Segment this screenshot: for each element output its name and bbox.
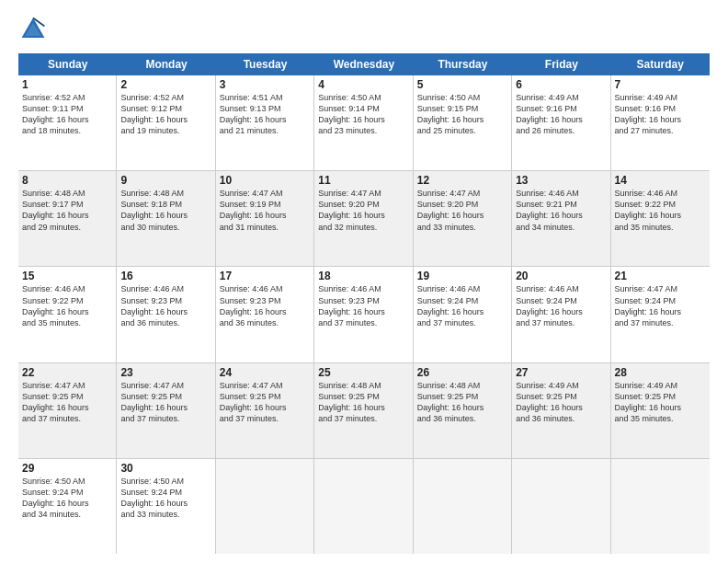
calendar-cell: 21Sunrise: 4:47 AMSunset: 9:24 PMDayligh… (611, 267, 710, 362)
header-day-wednesday: Wednesday (314, 53, 413, 75)
day-number: 4 (318, 78, 408, 91)
calendar-cell: 1Sunrise: 4:52 AMSunset: 9:11 PMDaylight… (18, 75, 117, 170)
day-info: Sunrise: 4:47 AMSunset: 9:24 PMDaylight:… (615, 283, 706, 328)
day-number: 11 (318, 174, 408, 187)
day-info: Sunrise: 4:51 AMSunset: 9:13 PMDaylight:… (220, 92, 310, 137)
calendar-cell: 22Sunrise: 4:47 AMSunset: 9:25 PMDayligh… (18, 363, 117, 458)
day-number: 10 (220, 174, 310, 187)
day-number: 16 (120, 270, 210, 282)
day-number: 12 (417, 174, 507, 187)
calendar-cell: 2Sunrise: 4:52 AMSunset: 9:12 PMDaylight… (117, 75, 215, 170)
day-number: 17 (220, 270, 310, 282)
calendar-cell: 10Sunrise: 4:47 AMSunset: 9:19 PMDayligh… (216, 171, 314, 266)
day-info: Sunrise: 4:48 AMSunset: 9:18 PMDaylight:… (120, 188, 210, 233)
day-number: 1 (22, 78, 112, 91)
calendar-cell: 14Sunrise: 4:46 AMSunset: 9:22 PMDayligh… (611, 171, 710, 266)
calendar-cell (216, 459, 314, 554)
calendar-row-5: 29Sunrise: 4:50 AMSunset: 9:24 PMDayligh… (18, 459, 710, 554)
header-day-saturday: Saturday (611, 53, 710, 75)
day-info: Sunrise: 4:47 AMSunset: 9:20 PMDaylight:… (318, 188, 408, 233)
calendar-cell: 27Sunrise: 4:49 AMSunset: 9:25 PMDayligh… (512, 363, 610, 458)
day-info: Sunrise: 4:48 AMSunset: 9:25 PMDaylight:… (318, 380, 408, 425)
calendar-cell: 24Sunrise: 4:47 AMSunset: 9:25 PMDayligh… (216, 363, 314, 458)
logo (18, 15, 51, 44)
day-info: Sunrise: 4:47 AMSunset: 9:19 PMDaylight:… (220, 188, 310, 233)
day-info: Sunrise: 4:47 AMSunset: 9:20 PMDaylight:… (417, 188, 507, 233)
header-day-tuesday: Tuesday (216, 53, 314, 75)
calendar-cell: 25Sunrise: 4:48 AMSunset: 9:25 PMDayligh… (314, 363, 413, 458)
day-number: 2 (120, 78, 210, 91)
day-number: 5 (417, 78, 507, 91)
calendar-cell: 6Sunrise: 4:49 AMSunset: 9:16 PMDaylight… (512, 75, 610, 170)
day-number: 23 (120, 366, 210, 379)
day-info: Sunrise: 4:46 AMSunset: 9:22 PMDaylight:… (22, 283, 112, 328)
header (18, 15, 710, 44)
calendar-cell (611, 459, 710, 554)
day-info: Sunrise: 4:46 AMSunset: 9:23 PMDaylight:… (120, 283, 210, 328)
day-info: Sunrise: 4:50 AMSunset: 9:14 PMDaylight:… (318, 92, 408, 137)
logo-icon (18, 15, 48, 44)
day-number: 18 (318, 270, 408, 282)
calendar-cell: 23Sunrise: 4:47 AMSunset: 9:25 PMDayligh… (117, 363, 215, 458)
day-info: Sunrise: 4:50 AMSunset: 9:15 PMDaylight:… (417, 92, 507, 137)
day-info: Sunrise: 4:49 AMSunset: 9:16 PMDaylight:… (516, 92, 606, 137)
calendar-row-1: 1Sunrise: 4:52 AMSunset: 9:11 PMDaylight… (18, 75, 710, 171)
day-info: Sunrise: 4:49 AMSunset: 9:16 PMDaylight:… (615, 92, 706, 137)
day-info: Sunrise: 4:46 AMSunset: 9:21 PMDaylight:… (516, 188, 606, 233)
day-number: 28 (615, 366, 706, 379)
calendar-cell: 20Sunrise: 4:46 AMSunset: 9:24 PMDayligh… (512, 267, 610, 362)
calendar-cell: 19Sunrise: 4:46 AMSunset: 9:24 PMDayligh… (414, 267, 512, 362)
day-number: 8 (22, 174, 112, 187)
calendar-cell: 15Sunrise: 4:46 AMSunset: 9:22 PMDayligh… (18, 267, 117, 362)
day-info: Sunrise: 4:50 AMSunset: 9:24 PMDaylight:… (120, 476, 210, 521)
day-number: 15 (22, 270, 112, 282)
day-info: Sunrise: 4:52 AMSunset: 9:12 PMDaylight:… (120, 92, 210, 137)
calendar-cell (414, 459, 512, 554)
calendar-cell: 8Sunrise: 4:48 AMSunset: 9:17 PMDaylight… (18, 171, 117, 266)
calendar-cell: 16Sunrise: 4:46 AMSunset: 9:23 PMDayligh… (117, 267, 215, 362)
day-info: Sunrise: 4:46 AMSunset: 9:24 PMDaylight:… (516, 283, 606, 328)
day-number: 6 (516, 78, 606, 91)
day-number: 14 (615, 174, 706, 187)
day-number: 27 (516, 366, 606, 379)
header-day-thursday: Thursday (414, 53, 512, 75)
day-info: Sunrise: 4:48 AMSunset: 9:17 PMDaylight:… (22, 188, 112, 233)
day-number: 19 (417, 270, 507, 282)
day-info: Sunrise: 4:47 AMSunset: 9:25 PMDaylight:… (120, 380, 210, 425)
day-info: Sunrise: 4:46 AMSunset: 9:23 PMDaylight:… (220, 283, 310, 328)
calendar-body: 1Sunrise: 4:52 AMSunset: 9:11 PMDaylight… (18, 75, 710, 554)
day-info: Sunrise: 4:49 AMSunset: 9:25 PMDaylight:… (516, 380, 606, 425)
calendar-cell: 18Sunrise: 4:46 AMSunset: 9:23 PMDayligh… (314, 267, 413, 362)
calendar-cell: 17Sunrise: 4:46 AMSunset: 9:23 PMDayligh… (216, 267, 314, 362)
day-number: 21 (615, 270, 706, 282)
calendar-cell: 5Sunrise: 4:50 AMSunset: 9:15 PMDaylight… (414, 75, 512, 170)
day-number: 30 (120, 462, 210, 475)
calendar-cell: 28Sunrise: 4:49 AMSunset: 9:25 PMDayligh… (611, 363, 710, 458)
day-info: Sunrise: 4:52 AMSunset: 9:11 PMDaylight:… (22, 92, 112, 137)
calendar-cell: 3Sunrise: 4:51 AMSunset: 9:13 PMDaylight… (216, 75, 314, 170)
day-info: Sunrise: 4:46 AMSunset: 9:23 PMDaylight:… (318, 283, 408, 328)
header-day-sunday: Sunday (18, 53, 117, 75)
day-number: 9 (120, 174, 210, 187)
calendar-cell: 13Sunrise: 4:46 AMSunset: 9:21 PMDayligh… (512, 171, 610, 266)
calendar-row-2: 8Sunrise: 4:48 AMSunset: 9:17 PMDaylight… (18, 171, 710, 267)
calendar-header: SundayMondayTuesdayWednesdayThursdayFrid… (18, 53, 710, 75)
calendar-cell: 9Sunrise: 4:48 AMSunset: 9:18 PMDaylight… (117, 171, 215, 266)
page: SundayMondayTuesdayWednesdayThursdayFrid… (0, 0, 728, 563)
day-number: 29 (22, 462, 112, 475)
calendar-cell (512, 459, 610, 554)
day-number: 26 (417, 366, 507, 379)
day-info: Sunrise: 4:50 AMSunset: 9:24 PMDaylight:… (22, 476, 112, 521)
calendar-cell: 30Sunrise: 4:50 AMSunset: 9:24 PMDayligh… (117, 459, 215, 554)
calendar-cell: 7Sunrise: 4:49 AMSunset: 9:16 PMDaylight… (611, 75, 710, 170)
day-number: 13 (516, 174, 606, 187)
day-number: 22 (22, 366, 112, 379)
day-info: Sunrise: 4:49 AMSunset: 9:25 PMDaylight:… (615, 380, 706, 425)
calendar-cell: 11Sunrise: 4:47 AMSunset: 9:20 PMDayligh… (314, 171, 413, 266)
calendar-cell (314, 459, 413, 554)
day-info: Sunrise: 4:46 AMSunset: 9:24 PMDaylight:… (417, 283, 507, 328)
calendar-cell: 12Sunrise: 4:47 AMSunset: 9:20 PMDayligh… (414, 171, 512, 266)
day-info: Sunrise: 4:48 AMSunset: 9:25 PMDaylight:… (417, 380, 507, 425)
calendar: SundayMondayTuesdayWednesdayThursdayFrid… (18, 53, 710, 554)
day-number: 24 (220, 366, 310, 379)
